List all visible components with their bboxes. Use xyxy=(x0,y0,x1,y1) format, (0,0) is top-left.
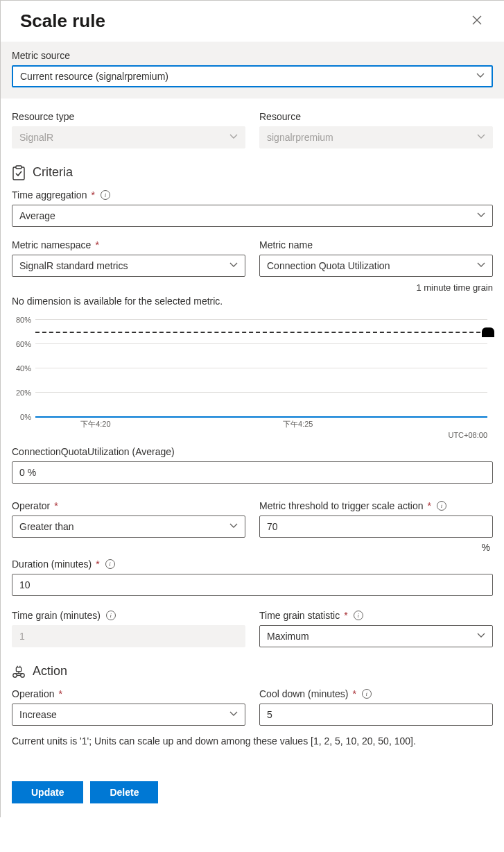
svg-rect-2 xyxy=(16,667,21,671)
threshold-unit: % xyxy=(259,542,493,553)
resource-label: Resource xyxy=(259,111,493,122)
metric-name-value: Connection Quota Utilization xyxy=(267,260,390,271)
timezone-label: UTC+08:00 xyxy=(12,431,487,439)
operator-value: Greater than xyxy=(19,521,74,532)
chevron-down-icon xyxy=(477,631,485,642)
data-series-line xyxy=(35,416,487,418)
time-aggregation-dropdown[interactable]: Average xyxy=(12,205,493,227)
time-grain-stat-value: Maximum xyxy=(267,631,309,642)
metric-name-dropdown[interactable]: Connection Quota Utilization xyxy=(259,255,493,277)
time-grain-stat-dropdown[interactable]: Maximum xyxy=(259,625,493,647)
update-button[interactable]: Update xyxy=(12,781,83,803)
info-icon[interactable]: i xyxy=(101,190,110,200)
current-value: 0 % xyxy=(19,467,36,478)
action-title: Action xyxy=(33,664,67,679)
time-grain-value: 1 xyxy=(19,631,25,642)
metric-namespace-dropdown[interactable]: SignalR standard metrics xyxy=(12,255,245,277)
metric-name-label: Metric name xyxy=(259,239,493,250)
cooldown-value: 5 xyxy=(267,709,272,720)
current-value-input[interactable]: 0 % xyxy=(12,461,493,484)
info-icon[interactable]: i xyxy=(105,559,115,569)
close-button[interactable] xyxy=(469,12,485,31)
y-tick: 40% xyxy=(8,364,31,373)
required-indicator: * xyxy=(95,239,98,250)
threshold-handle[interactable] xyxy=(482,327,494,337)
criteria-icon xyxy=(12,166,26,180)
y-tick: 20% xyxy=(8,389,31,397)
time-grain-input: 1 xyxy=(12,625,245,647)
cooldown-label: Cool down (minutes) xyxy=(259,688,348,699)
threshold-input[interactable]: 70 xyxy=(259,516,493,538)
time-grain-note: 1 minute time grain xyxy=(12,282,493,293)
operation-label: Operation xyxy=(12,688,54,699)
chevron-down-icon xyxy=(476,71,485,82)
chevron-down-icon xyxy=(229,521,238,532)
operation-dropdown[interactable]: Increase xyxy=(12,704,245,726)
resource-type-dropdown: SignalR xyxy=(12,126,245,148)
required-indicator: * xyxy=(428,500,431,511)
cooldown-input[interactable]: 5 xyxy=(259,704,493,726)
operator-label: Operator xyxy=(12,500,50,511)
chart-caption: ConnectionQuotaUtilization (Average) xyxy=(12,446,493,457)
info-icon[interactable]: i xyxy=(437,501,446,511)
threshold-value: 70 xyxy=(267,521,278,532)
time-grain-label: Time grain (minutes) xyxy=(12,610,101,621)
resource-value: signalrpremium xyxy=(267,132,333,143)
y-tick: 80% xyxy=(8,316,31,324)
chevron-down-icon xyxy=(229,132,238,143)
metric-source-label: Metric source xyxy=(12,50,493,61)
criteria-title: Criteria xyxy=(33,165,73,180)
close-icon xyxy=(472,15,482,25)
required-indicator: * xyxy=(91,189,94,201)
page-title: Scale rule xyxy=(20,10,105,32)
y-tick: 0% xyxy=(8,413,31,421)
operator-dropdown[interactable]: Greater than xyxy=(12,516,245,538)
required-indicator: * xyxy=(58,688,62,699)
threshold-line[interactable] xyxy=(35,332,487,333)
info-icon[interactable]: i xyxy=(354,611,363,620)
x-tick: 下午4:25 xyxy=(283,419,313,429)
info-icon[interactable]: i xyxy=(106,611,116,620)
operation-value: Increase xyxy=(19,709,57,720)
resource-type-label: Resource type xyxy=(12,111,245,122)
metric-namespace-value: SignalR standard metrics xyxy=(19,260,128,271)
chevron-down-icon xyxy=(229,260,238,271)
chevron-down-icon xyxy=(477,132,485,143)
required-indicator: * xyxy=(96,559,99,570)
time-aggregation-label: Time aggregation xyxy=(12,189,87,201)
metric-source-value: Current resource (signalrpremium) xyxy=(20,71,168,82)
info-icon[interactable]: i xyxy=(362,689,372,699)
y-tick: 60% xyxy=(8,340,31,348)
time-grain-stat-label: Time grain statistic xyxy=(259,610,340,621)
threshold-label: Metric threshold to trigger scale action xyxy=(259,500,424,511)
action-icon xyxy=(12,665,26,679)
time-aggregation-value: Average xyxy=(19,210,55,221)
required-indicator: * xyxy=(344,610,347,621)
no-dimension-text: No dimension is available for the select… xyxy=(12,296,493,307)
required-indicator: * xyxy=(54,500,58,511)
x-tick: 下午4:20 xyxy=(80,419,110,429)
metric-namespace-label: Metric namespace xyxy=(12,239,91,250)
duration-label: Duration (minutes) xyxy=(12,559,92,570)
units-footnote: Current units is '1'; Units can scale up… xyxy=(12,735,493,747)
delete-button[interactable]: Delete xyxy=(90,781,158,803)
chevron-down-icon xyxy=(477,260,485,271)
resource-type-value: SignalR xyxy=(19,132,53,143)
metric-source-dropdown[interactable]: Current resource (signalrpremium) xyxy=(12,65,493,87)
duration-value: 10 xyxy=(19,579,31,590)
resource-dropdown: signalrpremium xyxy=(259,126,493,148)
required-indicator: * xyxy=(352,688,356,699)
chevron-down-icon xyxy=(229,709,238,720)
metric-chart: 80% 60% 40% 20% 0% 下午4:20 下午4:25 . UTC+0… xyxy=(12,314,493,439)
duration-input[interactable]: 10 xyxy=(12,574,493,596)
chevron-down-icon xyxy=(477,210,485,221)
svg-rect-1 xyxy=(16,166,21,169)
